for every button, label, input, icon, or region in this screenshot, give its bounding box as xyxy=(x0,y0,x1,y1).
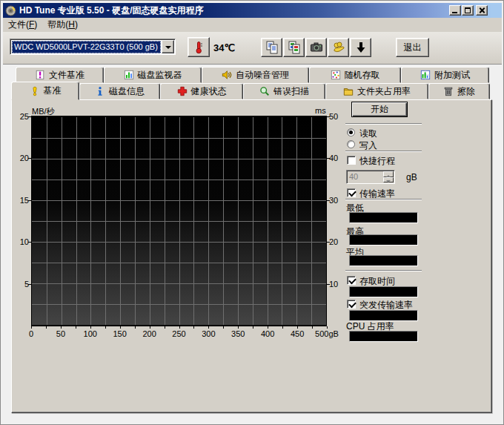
y-axis-right-tick: 50 xyxy=(329,112,338,121)
copy-image-button[interactable] xyxy=(283,38,305,57)
health-cross-icon xyxy=(177,86,188,96)
y-axis-right-title: ms xyxy=(315,106,326,115)
menu-file[interactable]: 文件(F) xyxy=(3,17,42,33)
burst-rate-checkbox[interactable] xyxy=(347,300,356,309)
grid-line xyxy=(32,304,326,305)
donate-button[interactable] xyxy=(328,38,349,57)
x-axis-tick: 350 xyxy=(223,329,253,338)
grid-line xyxy=(32,242,326,243)
transfer-rate-checkbox[interactable] xyxy=(347,188,356,197)
tab-label: 自动噪音管理 xyxy=(236,69,289,82)
tick-mark xyxy=(31,326,32,329)
short-stroke-size-input[interactable]: 40 xyxy=(346,170,395,184)
tab-label: 文件基准 xyxy=(49,69,84,82)
down-arrow-icon xyxy=(354,41,368,54)
access-time-checkbox[interactable] xyxy=(347,276,356,285)
y-axis-left-tick: 5 xyxy=(11,280,29,289)
close-button[interactable] xyxy=(476,5,488,16)
read-radio[interactable] xyxy=(347,128,355,136)
menu-bar: 文件(F) 帮助(H) xyxy=(3,18,502,32)
tick-mark xyxy=(135,326,136,329)
tick-mark xyxy=(223,326,224,329)
trash-icon xyxy=(443,86,454,96)
tick-mark xyxy=(193,326,194,329)
exit-button[interactable]: 退出 xyxy=(396,38,429,57)
x-axis-tick: 150 xyxy=(105,329,135,338)
tab-random-access[interactable]: 随机存取 xyxy=(309,67,401,83)
x-axis-tick: 300 xyxy=(193,329,223,338)
tick-mark xyxy=(327,116,330,117)
tick-mark xyxy=(46,326,47,329)
tick-mark xyxy=(28,200,31,201)
tick-mark xyxy=(90,326,91,329)
tab-health[interactable]: 健康状态 xyxy=(160,83,243,99)
tab-file-benchmark[interactable]: 文件基准 xyxy=(16,67,104,83)
x-axis-tick: 250 xyxy=(165,329,194,338)
grid-line xyxy=(32,283,326,284)
tab-label: 文件夹占用率 xyxy=(357,85,411,98)
short-stroke-label: 快捷行程 xyxy=(359,155,395,168)
maximize-icon xyxy=(465,7,471,13)
avg-value-box xyxy=(349,255,418,266)
tick-mark xyxy=(312,326,313,329)
save-button[interactable] xyxy=(350,38,371,57)
y-axis-right-tick: 30 xyxy=(329,196,338,205)
drive-selector[interactable]: WDC WD5000LPVT-22G33T0 (500 gB) xyxy=(10,39,176,55)
grid-line xyxy=(32,263,326,263)
spin-up-icon[interactable] xyxy=(383,171,394,177)
tick-mark xyxy=(327,284,330,285)
y-axis-right-tick: 10 xyxy=(329,280,338,289)
tab-disk-monitor[interactable]: 磁盘监视器 xyxy=(104,67,202,83)
x-axis-tick: 450 xyxy=(282,329,312,338)
tick-mark xyxy=(327,200,330,201)
tab-label: 基准 xyxy=(44,85,62,97)
thermometer-icon xyxy=(193,41,205,54)
tab-benchmark[interactable]: 基准 xyxy=(11,82,79,100)
start-button[interactable]: 开始 xyxy=(351,102,408,117)
separator xyxy=(345,151,422,152)
write-radio[interactable] xyxy=(347,140,355,148)
tick-mark xyxy=(327,326,328,329)
screenshot-button[interactable] xyxy=(305,38,327,57)
temperature-button[interactable] xyxy=(188,37,210,57)
x-axis-tick: 100 xyxy=(76,329,105,338)
tick-mark xyxy=(253,326,253,329)
tick-mark xyxy=(282,326,283,329)
chevron-down-icon[interactable] xyxy=(162,40,174,53)
maximize-button[interactable] xyxy=(462,5,474,16)
y-axis-left-tick: 10 xyxy=(11,237,29,246)
min-value-box xyxy=(349,212,418,223)
x-axis-tick: 0 xyxy=(16,329,46,338)
tab-folder-usage[interactable]: 文件夹占用率 xyxy=(325,83,428,99)
drive-selector-value: WDC WD5000LPVT-22G33T0 (500 gB) xyxy=(12,41,161,53)
spin-down-icon[interactable] xyxy=(383,177,394,183)
minimize-button[interactable] xyxy=(449,5,461,16)
grid-line xyxy=(32,138,326,139)
exclamation-icon xyxy=(30,86,40,96)
tick-mark xyxy=(28,116,31,117)
tick-mark xyxy=(76,326,76,329)
info-icon xyxy=(95,86,105,96)
y-axis-left-tick: 25 xyxy=(11,112,29,121)
tab-erase[interactable]: 擦除 xyxy=(428,83,490,99)
tab-aam[interactable]: 自动噪音管理 xyxy=(202,67,309,83)
tab-extra-tests[interactable]: 附加测试 xyxy=(401,67,489,83)
menu-help[interactable]: 帮助(H) xyxy=(42,17,83,33)
x-axis-tick: 500gB xyxy=(312,329,342,338)
tab-error-scan[interactable]: 错误扫描 xyxy=(243,83,325,99)
tick-mark xyxy=(165,326,165,329)
y-axis-right-tick: 40 xyxy=(329,154,338,162)
copy-text-button[interactable] xyxy=(261,38,282,57)
copy-document-icon xyxy=(265,41,279,54)
tab-label: 擦除 xyxy=(457,85,475,98)
magnifier-icon xyxy=(259,86,270,96)
short-stroke-checkbox[interactable] xyxy=(347,156,356,165)
x-axis-tick: 400 xyxy=(253,329,282,338)
tick-mark xyxy=(268,326,268,329)
tick-mark xyxy=(28,242,31,243)
tab-label: 磁盘监视器 xyxy=(138,69,182,82)
tab-label: 附加测试 xyxy=(434,69,470,82)
tick-mark xyxy=(327,242,330,243)
tab-disk-info[interactable]: 磁盘信息 xyxy=(79,83,160,99)
x-axis-tick: 200 xyxy=(135,329,165,338)
